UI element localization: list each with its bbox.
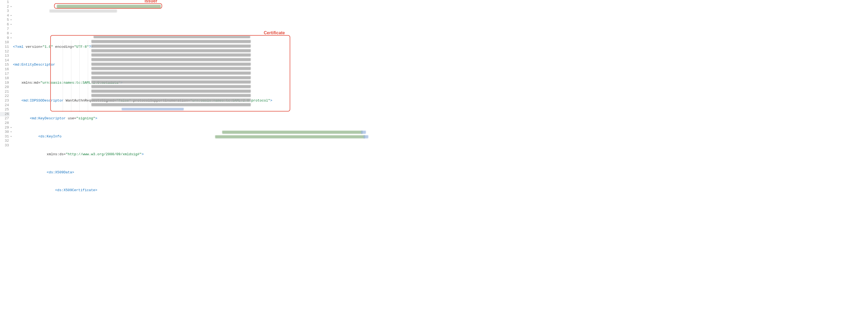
code-line[interactable]: <md:EntityDescriptor: [13, 63, 272, 67]
xml-attr-value: "1.0": [42, 45, 53, 49]
xml-attr: WantAuthnRequestsSigned: [66, 99, 114, 103]
code-line[interactable]: [13, 219, 272, 224]
line-number: 8: [0, 31, 10, 36]
indent-guide: [80, 40, 80, 112]
line-number-gutter: 1 2 3 4 5 6 7 8 9 10 11 12 13 14 15 16 1…: [0, 0, 10, 311]
xml-tag-open: <: [55, 188, 57, 192]
xml-attr: use: [68, 116, 74, 120]
line-number: 27: [0, 116, 10, 121]
line-number: 11: [0, 45, 10, 49]
line-number: 26: [0, 112, 10, 116]
code-line[interactable]: [13, 273, 272, 278]
line-number: 24: [0, 103, 10, 108]
xml-tag-open: <: [47, 170, 49, 174]
xml-tag-close: >: [142, 152, 144, 156]
line-number: 4: [0, 13, 10, 18]
line-number: 6: [0, 23, 10, 27]
indent-guide: [63, 40, 63, 112]
equals: =: [63, 152, 66, 156]
code-line[interactable]: [13, 287, 272, 291]
xml-tag-close: >: [270, 99, 272, 103]
xml-tag-close: >: [72, 170, 74, 174]
xml-attr: version: [26, 45, 40, 49]
line-number: 32: [0, 139, 10, 143]
line-number: 14: [0, 58, 10, 63]
line-number: 23: [0, 99, 10, 103]
xml-element: ds:X509Data: [49, 170, 72, 174]
code-line[interactable]: <md:KeyDescriptor use="signing">: [13, 116, 272, 121]
xml-attr: protocolSupportEnumeration: [133, 99, 188, 103]
code-line[interactable]: [13, 300, 272, 305]
line-number: 10: [0, 40, 10, 45]
line-number: 33: [0, 143, 10, 148]
line-number: 15: [0, 63, 10, 67]
code-line[interactable]: [13, 260, 272, 264]
xml-pi-open: <?: [13, 45, 17, 49]
line-number: 13: [0, 54, 10, 58]
xml-attr-value: "signing": [76, 116, 95, 120]
line-number: 1: [0, 0, 10, 5]
xml-attr: xmlns:ds: [47, 152, 63, 156]
xml-tag-open: <: [21, 99, 24, 103]
line-number: 30: [0, 130, 10, 134]
line-number: 9: [0, 36, 10, 40]
line-number: 22: [0, 94, 10, 99]
xml-tag-close: >: [95, 188, 97, 192]
line-number: 12: [0, 49, 10, 54]
xml-tag-close: >: [121, 81, 123, 85]
line-number: 7: [0, 27, 10, 32]
code-line[interactable]: <ds:KeyInfo: [13, 134, 272, 139]
code-body[interactable]: <?xml version="1.0" encoding="UTF-8"?> <…: [10, 0, 272, 311]
code-line[interactable]: [13, 246, 272, 251]
code-line[interactable]: [13, 233, 272, 238]
xml-attr: encoding: [55, 45, 72, 49]
line-number: 2: [0, 5, 10, 9]
line-number: 18: [0, 76, 10, 81]
code-line[interactable]: xmlns:md="urn:oasis:names:tc:SAML:2.0:me…: [13, 81, 272, 85]
line-number: 28: [0, 121, 10, 126]
xml-element: md:IDPSSODescriptor: [24, 99, 63, 103]
xml-element: ds:KeyInfo: [40, 134, 61, 138]
line-number: 20: [0, 85, 10, 90]
xml-tag-open: <: [13, 63, 15, 67]
line-number: 25: [0, 107, 10, 112]
code-line[interactable]: [13, 206, 272, 211]
code-line[interactable]: <?xml version="1.0" encoding="UTF-8"?>: [13, 45, 272, 49]
xml-attr-value: "urn:oasis:names:tc:SAML:2.0:metadata": [40, 81, 120, 85]
code-line[interactable]: <ds:X509Certificate>: [13, 188, 272, 193]
line-number: 21: [0, 90, 10, 94]
xml-attr-value: "false": [116, 99, 131, 103]
xml-pi-close: ?>: [89, 45, 93, 49]
line-number: 29: [0, 126, 10, 130]
xml-attr-value: "urn:oasis:names:tc:SAML:2.0:protocol": [190, 99, 270, 103]
indent-guide: [71, 40, 71, 112]
line-number: 17: [0, 72, 10, 76]
xml-pi-name: xml: [17, 45, 24, 49]
code-line[interactable]: <md:IDPSSODescriptor WantAuthnRequestsSi…: [13, 99, 272, 103]
line-number: 5: [0, 18, 10, 23]
code-editor: 1 2 3 4 5 6 7 8 9 10 11 12 13 14 15 16 1…: [0, 0, 868, 311]
line-number: 19: [0, 81, 10, 85]
xml-attr-value: "UTF-8": [74, 45, 89, 49]
line-number: 3: [0, 9, 10, 13]
xml-attr-value: "http://www.w3.org/2000/09/xmldsig#": [66, 152, 142, 156]
xml-attr: xmlns:md: [21, 81, 38, 85]
xml-element: ds:X509Certificate: [57, 188, 95, 192]
xml-element: md:EntityDescriptor: [15, 63, 55, 67]
xml-tag-close: >: [95, 116, 97, 120]
line-number: 16: [0, 67, 10, 72]
code-line[interactable]: <ds:X509Data>: [13, 170, 272, 175]
line-number: 31: [0, 134, 10, 139]
xml-element: md:KeyDescriptor: [32, 116, 66, 120]
code-line[interactable]: xmlns:ds="http://www.w3.org/2000/09/xmld…: [13, 152, 272, 157]
